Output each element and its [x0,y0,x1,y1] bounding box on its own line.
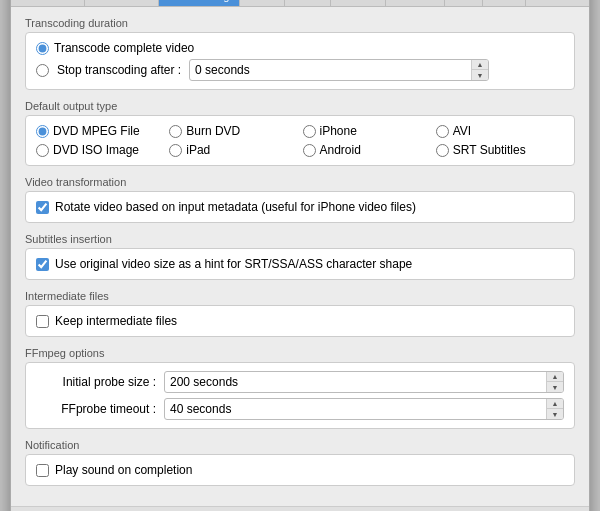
output-iphone: iPhone [303,124,431,138]
timeout-down-arrow[interactable]: ▼ [547,409,563,419]
tab-media[interactable]: Media To... [85,0,160,6]
play-sound-checkbox[interactable] [36,464,49,477]
default-output-label: Default output type [25,100,575,112]
tab-transcoding[interactable]: Transcoding [159,0,240,6]
radio-burn-dvd[interactable] [169,125,182,138]
stop-transcoding-row: Stop transcoding after : ▲ ▼ [36,59,564,81]
video-transformation-box: Rotate video based on input metadata (us… [25,191,575,223]
probe-size-spinbox[interactable]: ▲ ▼ [164,371,564,393]
spinbox-down-arrow[interactable]: ▼ [472,70,488,80]
play-sound-label: Play sound on completion [55,463,192,477]
output-android: Android [303,143,431,157]
notification-label: Notification [25,439,575,451]
stop-value-arrows: ▲ ▼ [471,60,488,80]
timeout-arrows: ▲ ▼ [546,399,563,419]
stop-transcoding-radio[interactable] [36,64,49,77]
label-ipad: iPad [186,143,210,157]
stop-value-spinbox[interactable]: ▲ ▼ [189,59,489,81]
ffmpeg-section: FFmpeg options Initial probe size : ▲ ▼ … [25,347,575,429]
output-burn-dvd: Burn DVD [169,124,297,138]
transcode-complete-row: Transcode complete video [36,41,564,55]
stop-value-input[interactable] [190,61,471,79]
notification-section: Notification Play sound on completion [25,439,575,486]
tab-directories[interactable]: Directories [11,0,85,6]
video-transformation-label: Video transformation [25,176,575,188]
output-dvd-mpeg: DVD MPEG File [36,124,164,138]
tab-dvd[interactable]: DVD [240,0,284,6]
transcode-complete-radio[interactable] [36,42,49,55]
probe-size-input[interactable] [165,373,546,391]
probe-size-label: Initial probe size : [36,375,156,389]
radio-srt[interactable] [436,144,449,157]
subtitles-hint-row: Use original video size as a hint for SR… [36,257,564,271]
rotate-video-row: Rotate video based on input metadata (us… [36,200,564,214]
output-avi: AVI [436,124,564,138]
output-dvd-iso: DVD ISO Image [36,143,164,157]
spinbox-up-arrow[interactable]: ▲ [472,60,488,70]
play-sound-row: Play sound on completion [36,463,564,477]
tab-avi[interactable]: AVI [445,0,483,6]
timeout-spinbox[interactable]: ▲ ▼ [164,398,564,420]
timeout-label: FFprobe timeout : [36,402,156,416]
timeout-row: FFprobe timeout : ▲ ▼ [36,398,564,420]
keep-intermediate-row: Keep intermediate files [36,314,564,328]
probe-up-arrow[interactable]: ▲ [547,372,563,382]
output-srt: SRT Subtitles [436,143,564,157]
tab-au[interactable]: Au... [483,0,527,6]
timeout-input[interactable] [165,400,546,418]
intermediate-files-label: Intermediate files [25,290,575,302]
label-dvd-iso: DVD ISO Image [53,143,139,157]
rotate-video-checkbox[interactable] [36,201,49,214]
output-options-grid: DVD MPEG File Burn DVD iPhone AVI [36,124,564,157]
main-window: Qt!Movie Settings Directories Media To..… [10,0,590,511]
probe-size-row: Initial probe size : ▲ ▼ [36,371,564,393]
radio-dvd-mpeg[interactable] [36,125,49,138]
keep-intermediate-label: Keep intermediate files [55,314,177,328]
tab-bar: Directories Media To... Transcoding DVD … [11,0,589,7]
video-transformation-section: Video transformation Rotate video based … [25,176,575,223]
subtitles-hint-checkbox[interactable] [36,258,49,271]
radio-android[interactable] [303,144,316,157]
timeout-up-arrow[interactable]: ▲ [547,399,563,409]
tab-iphone[interactable]: iPhone [331,0,386,6]
subtitles-section: Subtitles insertion Use original video s… [25,233,575,280]
tab-content: Transcoding duration Transcode complete … [11,7,589,506]
label-dvd-mpeg: DVD MPEG File [53,124,140,138]
label-srt: SRT Subtitles [453,143,526,157]
label-iphone: iPhone [320,124,357,138]
output-ipad: iPad [169,143,297,157]
transcode-complete-label: Transcode complete video [54,41,194,55]
radio-avi[interactable] [436,125,449,138]
transcoding-duration-label: Transcoding duration [25,17,575,29]
label-android: Android [320,143,361,157]
default-output-box: DVD MPEG File Burn DVD iPhone AVI [25,115,575,166]
transcoding-duration-box: Transcode complete video Stop transcodin… [25,32,575,90]
radio-ipad[interactable] [169,144,182,157]
subtitles-label: Subtitles insertion [25,233,575,245]
label-burn-dvd: Burn DVD [186,124,240,138]
subtitles-box: Use original video size as a hint for SR… [25,248,575,280]
rotate-video-label: Rotate video based on input metadata (us… [55,200,416,214]
intermediate-files-section: Intermediate files Keep intermediate fil… [25,290,575,337]
tab-iph[interactable]: iPh... [285,0,331,6]
notification-box: Play sound on completion [25,454,575,486]
intermediate-files-box: Keep intermediate files [25,305,575,337]
probe-size-arrows: ▲ ▼ [546,372,563,392]
ffmpeg-box: Initial probe size : ▲ ▼ FFprobe timeout… [25,362,575,429]
keep-intermediate-checkbox[interactable] [36,315,49,328]
subtitles-hint-label: Use original video size as a hint for SR… [55,257,412,271]
probe-down-arrow[interactable]: ▼ [547,382,563,392]
tab-android[interactable]: Android [386,0,445,6]
stop-transcoding-label: Stop transcoding after : [57,63,181,77]
ffmpeg-label: FFmpeg options [25,347,575,359]
radio-iphone[interactable] [303,125,316,138]
label-avi: AVI [453,124,471,138]
radio-dvd-iso[interactable] [36,144,49,157]
bottom-bar: Reset Cancel OK [11,506,589,511]
default-output-section: Default output type DVD MPEG File Burn D… [25,100,575,166]
tab-miscellaneous[interactable]: Miscellaneous [526,0,589,6]
transcoding-duration-section: Transcoding duration Transcode complete … [25,17,575,90]
